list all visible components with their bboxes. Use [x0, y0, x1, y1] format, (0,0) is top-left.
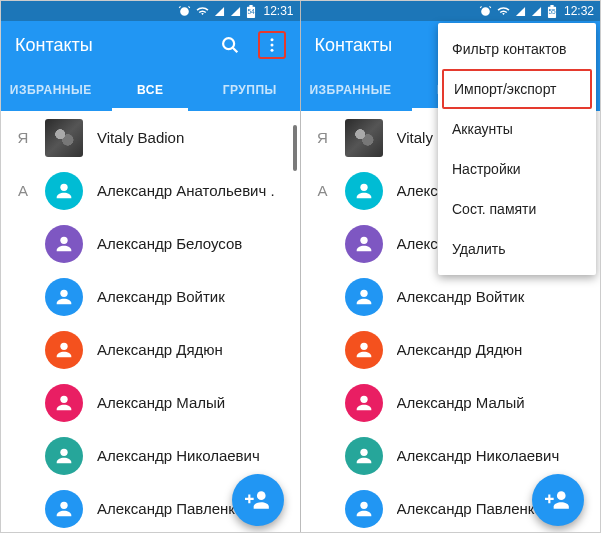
tab-favorites[interactable]: ИЗБРАННЫЕ [1, 69, 101, 111]
contact-name: Александр Белоусов [97, 235, 290, 252]
tab-bar: ИЗБРАННЫЕ ВСЕ ГРУППЫ [1, 69, 300, 111]
svg-point-9 [60, 342, 67, 349]
contact-avatar-icon [345, 437, 383, 475]
contact-name: Александр Николаевич [97, 447, 290, 464]
status-bar: 55 12:32 [301, 1, 601, 21]
contact-row[interactable]: Александр Малый [301, 376, 601, 429]
contact-avatar-icon [45, 172, 83, 210]
battery-icon: 54 [246, 5, 256, 18]
svg-point-25 [360, 448, 367, 455]
svg-point-3 [270, 38, 273, 41]
search-button[interactable] [216, 31, 244, 59]
screen-contacts-menu: 55 12:32 Контакты ИЗБРАННЫЕ ВСЕ ГРУППЫ Я… [301, 1, 601, 532]
svg-point-8 [60, 289, 67, 296]
signal-icon-2 [531, 6, 542, 17]
status-time: 12:31 [263, 4, 293, 18]
screen-contacts: 54 12:31 Контакты ИЗБРАННЫЕ ВСЕ ГРУППЫ Я… [1, 1, 301, 532]
app-bar: Контакты [1, 21, 300, 69]
signal-icon [214, 6, 225, 17]
contact-avatar-icon [345, 331, 383, 369]
svg-point-5 [270, 49, 273, 52]
svg-point-10 [60, 395, 67, 402]
contact-name: Александр Николаевич [397, 447, 591, 464]
contact-photo [345, 119, 383, 157]
signal-icon-2 [230, 6, 241, 17]
tab-all[interactable]: ВСЕ [101, 69, 201, 111]
contact-avatar-icon [45, 278, 83, 316]
contact-row[interactable]: Александр Дядюн [301, 323, 601, 376]
contact-avatar-icon [45, 225, 83, 263]
svg-point-6 [60, 183, 67, 190]
contact-avatar-icon [345, 490, 383, 528]
contact-avatar-icon [345, 225, 383, 263]
contact-avatar-icon [45, 490, 83, 528]
svg-point-20 [360, 183, 367, 190]
alarm-icon [479, 5, 492, 18]
contact-avatar-icon [45, 384, 83, 422]
svg-point-13 [256, 491, 265, 500]
contact-name: Александр Войтик [397, 288, 591, 305]
svg-point-22 [360, 289, 367, 296]
contact-name: Александр Войтик [97, 288, 290, 305]
contact-row[interactable]: ЯVitaly Badion [1, 111, 300, 164]
scrollbar[interactable] [293, 125, 297, 171]
overflow-menu-button[interactable] [258, 31, 286, 59]
wifi-icon [497, 5, 510, 18]
alarm-icon [178, 5, 191, 18]
contact-name: Александр Малый [97, 394, 290, 411]
svg-text:55: 55 [548, 7, 556, 14]
section-letter: Я [1, 129, 45, 146]
svg-point-26 [360, 501, 367, 508]
overflow-menu: Фильтр контактов Импорт/экспорт Аккаунты… [438, 23, 596, 275]
svg-point-27 [557, 491, 566, 500]
svg-point-4 [270, 44, 273, 47]
menu-delete[interactable]: Удалить [438, 229, 596, 269]
svg-point-24 [360, 395, 367, 402]
contact-avatar-icon [45, 331, 83, 369]
contact-avatar-icon [345, 278, 383, 316]
page-title: Контакты [15, 35, 216, 56]
svg-text:54: 54 [248, 7, 256, 14]
contact-list[interactable]: ЯVitaly BadionААлександр Анатольевич .Ал… [1, 111, 300, 532]
svg-point-23 [360, 342, 367, 349]
status-time: 12:32 [564, 4, 594, 18]
contact-name: Александр Дядюн [97, 341, 290, 358]
contact-avatar-icon [345, 384, 383, 422]
svg-point-11 [60, 448, 67, 455]
contact-name: Александр Анатольевич . [97, 182, 290, 199]
contact-avatar-icon [345, 172, 383, 210]
menu-storage-status[interactable]: Сост. памяти [438, 189, 596, 229]
svg-point-21 [360, 236, 367, 243]
tab-groups[interactable]: ГРУППЫ [200, 69, 300, 111]
contact-row[interactable]: Александр Дядюн [1, 323, 300, 376]
contact-name: Vitaly Badion [97, 129, 290, 146]
svg-line-2 [232, 48, 237, 53]
contact-row[interactable]: Александр Войтик [1, 270, 300, 323]
svg-point-12 [60, 501, 67, 508]
contact-row[interactable]: ААлександр Анатольевич . [1, 164, 300, 217]
svg-point-1 [223, 38, 234, 49]
signal-icon [515, 6, 526, 17]
contact-row[interactable]: Александр Малый [1, 376, 300, 429]
menu-settings[interactable]: Настройки [438, 149, 596, 189]
contact-row[interactable]: Александр Белоусов [1, 217, 300, 270]
contact-name: Александр Дядюн [397, 341, 591, 358]
section-letter: А [1, 182, 45, 199]
wifi-icon [196, 5, 209, 18]
battery-icon: 55 [547, 5, 557, 18]
tab-favorites[interactable]: ИЗБРАННЫЕ [301, 69, 401, 111]
svg-point-7 [60, 236, 67, 243]
contact-avatar-icon [45, 437, 83, 475]
section-letter: Я [301, 129, 345, 146]
add-contact-fab[interactable] [232, 474, 284, 526]
menu-filter-contacts[interactable]: Фильтр контактов [438, 29, 596, 69]
status-bar: 54 12:31 [1, 1, 300, 21]
menu-import-export[interactable]: Импорт/экспорт [442, 69, 592, 109]
contact-photo [45, 119, 83, 157]
contact-name: Александр Малый [397, 394, 591, 411]
add-contact-fab[interactable] [532, 474, 584, 526]
contact-row[interactable]: Александр Войтик [301, 270, 601, 323]
section-letter: А [301, 182, 345, 199]
menu-accounts[interactable]: Аккаунты [438, 109, 596, 149]
